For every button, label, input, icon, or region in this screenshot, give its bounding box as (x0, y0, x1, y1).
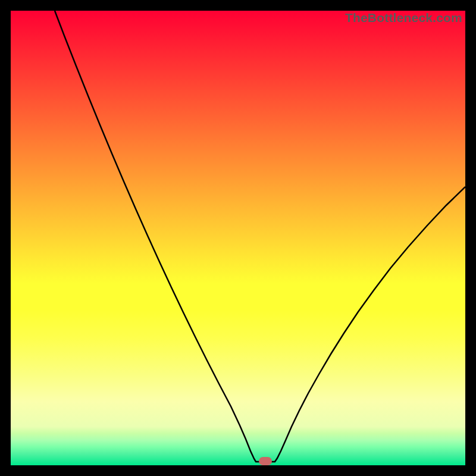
chart-container: TheBottleneck.com (0, 0, 476, 476)
optimal-marker (259, 457, 272, 465)
plot-area: TheBottleneck.com (11, 11, 465, 465)
curve-svg (11, 11, 465, 465)
bottleneck-curve (55, 11, 465, 462)
